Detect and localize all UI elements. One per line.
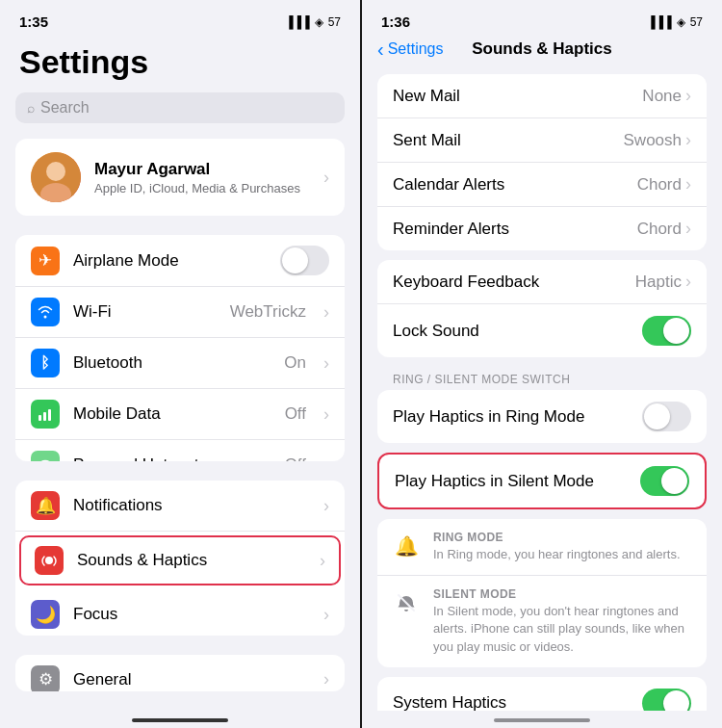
- ring-mode-toggle[interactable]: [642, 402, 691, 431]
- calendar-alerts-row[interactable]: Calendar Alerts Chord ›: [377, 163, 707, 207]
- silent-mode-info-title: SILENT MODE: [433, 587, 691, 601]
- lock-sound-row[interactable]: Lock Sound: [377, 304, 707, 357]
- profile-info: Mayur Agarwal Apple ID, iCloud, Media & …: [94, 160, 310, 195]
- right-wifi-icon: ◈: [677, 15, 685, 29]
- bluetooth-row[interactable]: ᛒ Bluetooth On ›: [15, 338, 345, 389]
- ring-mode-section: Play Haptics in Ring Mode: [377, 390, 707, 443]
- reminder-alerts-chevron-icon: ›: [685, 219, 691, 239]
- search-bar[interactable]: ⌕ Search: [15, 92, 345, 123]
- left-panel: 1:35 ▐▐▐ ◈ 57 Settings ⌕ Search Mayur Ag…: [0, 0, 360, 728]
- reminder-alerts-value: Chord: [637, 220, 682, 239]
- hotspot-label: Personal Hotspot: [73, 455, 271, 461]
- sounds-haptics-label: Sounds & Haptics: [77, 551, 306, 570]
- focus-chevron-icon: ›: [323, 605, 329, 625]
- left-home-indicator: [132, 718, 228, 722]
- focus-row[interactable]: 🌙 Focus ›: [15, 589, 345, 636]
- feedback-section: Keyboard Feedback Haptic › Lock Sound: [377, 260, 707, 357]
- search-icon: ⌕: [27, 100, 35, 116]
- reminder-alerts-row[interactable]: Reminder Alerts Chord ›: [377, 207, 707, 250]
- profile-card[interactable]: Mayur Agarwal Apple ID, iCloud, Media & …: [15, 139, 345, 216]
- sounds-haptics-icon: [35, 546, 64, 575]
- general-row[interactable]: ⚙ General ›: [15, 655, 345, 691]
- notifications-row[interactable]: 🔔 Notifications ›: [15, 481, 345, 532]
- system-haptics-label: System Haptics: [393, 693, 642, 711]
- sounds-haptics-chevron-icon: ›: [320, 551, 325, 571]
- reminder-alerts-label: Reminder Alerts: [393, 220, 637, 239]
- right-nav-bar: ‹ Settings Sounds & Haptics: [362, 36, 722, 68]
- system-haptics-row[interactable]: System Haptics: [377, 677, 707, 711]
- hotspot-value: Off: [285, 455, 306, 461]
- keyboard-feedback-value: Haptic: [635, 273, 682, 292]
- calendar-alerts-chevron-icon: ›: [685, 174, 691, 195]
- ring-silent-header: RING / SILENT MODE SWITCH: [362, 367, 722, 390]
- personal-hotspot-row[interactable]: Personal Hotspot Off ›: [15, 440, 345, 461]
- general-label: General: [73, 670, 310, 689]
- wifi-chevron-icon: ›: [323, 302, 329, 323]
- ring-mode-row[interactable]: Play Haptics in Ring Mode: [377, 390, 707, 443]
- search-placeholder: Search: [40, 99, 90, 117]
- silent-mode-highlight: Play Haptics in Silent Mode: [377, 453, 707, 509]
- silent-mode-info-row: SILENT MODE In Silent mode, you don't he…: [377, 576, 707, 667]
- bluetooth-chevron-icon: ›: [323, 353, 329, 374]
- mobile-data-chevron-icon: ›: [323, 404, 329, 425]
- wifi-row[interactable]: Wi-Fi WebTrickz ›: [15, 287, 345, 338]
- hotspot-icon: [31, 451, 60, 461]
- right-home-bar: [362, 711, 722, 728]
- sent-mail-row[interactable]: Sent Mail Swoosh ›: [377, 118, 707, 163]
- airplane-mode-row[interactable]: ✈ Airplane Mode: [15, 235, 345, 287]
- lock-sound-label: Lock Sound: [393, 322, 642, 341]
- keyboard-feedback-chevron-icon: ›: [685, 272, 691, 292]
- svg-rect-3: [39, 415, 41, 421]
- signal-icon: ▐▐▐: [285, 15, 310, 29]
- new-mail-label: New Mail: [393, 87, 642, 106]
- sounds-haptics-row[interactable]: Sounds & Haptics ›: [19, 535, 341, 585]
- back-button[interactable]: ‹ Settings: [377, 39, 443, 61]
- ring-mode-desc: In Ring mode, you hear ringtones and ale…: [433, 546, 681, 563]
- right-battery-icon: 57: [690, 15, 703, 29]
- lock-sound-toggle[interactable]: [642, 316, 691, 346]
- sent-mail-label: Sent Mail: [393, 131, 624, 150]
- general-icon: ⚙: [31, 665, 60, 691]
- notifications-icon: 🔔: [31, 491, 60, 520]
- mobile-data-icon: [31, 400, 60, 429]
- notifications-chevron-icon: ›: [323, 496, 329, 516]
- back-label: Settings: [388, 40, 444, 58]
- focus-icon: 🌙: [31, 600, 60, 629]
- system-haptics-section: System Haptics: [377, 677, 707, 711]
- app-settings-section: 🔔 Notifications › Sounds & Haptics › 🌙 F…: [15, 481, 345, 636]
- svg-point-1: [46, 162, 65, 181]
- profile-subtitle: Apple ID, iCloud, Media & Purchases: [94, 181, 310, 195]
- new-mail-value: None: [642, 87, 682, 106]
- keyboard-feedback-row[interactable]: Keyboard Feedback Haptic ›: [377, 260, 707, 304]
- silent-mode-label: Play Haptics in Silent Mode: [395, 472, 640, 491]
- right-scroll-area[interactable]: New Mail None › Sent Mail Swoosh › Calen…: [362, 68, 722, 711]
- wifi-value: WebTrickz: [230, 302, 306, 322]
- svg-rect-4: [43, 412, 46, 421]
- right-home-indicator: [494, 718, 590, 722]
- wifi-icon-box: [31, 298, 60, 326]
- new-mail-row[interactable]: New Mail None ›: [377, 74, 707, 118]
- notifications-label: Notifications: [73, 496, 310, 515]
- silent-mode-info-icon: [393, 589, 420, 616]
- bluetooth-icon-box: ᛒ: [31, 349, 60, 377]
- network-section: ✈ Airplane Mode Wi-Fi WebTrickz › ᛒ Blue…: [15, 235, 345, 461]
- silent-mode-toggle[interactable]: [640, 466, 689, 496]
- calendar-alerts-label: Calendar Alerts: [393, 175, 637, 195]
- mode-info-section: 🔔 RING MODE In Ring mode, you hear ringt…: [377, 519, 707, 667]
- airplane-mode-toggle[interactable]: [280, 246, 329, 275]
- bluetooth-value: On: [284, 353, 306, 373]
- airplane-mode-label: Airplane Mode: [73, 251, 267, 271]
- wifi-icon: ◈: [315, 15, 323, 29]
- bluetooth-label: Bluetooth: [73, 353, 271, 373]
- general-chevron-icon: ›: [323, 669, 329, 689]
- left-home-bar: [0, 711, 360, 728]
- silent-mode-row[interactable]: Play Haptics in Silent Mode: [379, 455, 705, 507]
- hotspot-chevron-icon: ›: [323, 455, 329, 462]
- avatar: [31, 152, 81, 202]
- system-haptics-toggle[interactable]: [642, 689, 691, 711]
- wifi-label: Wi-Fi: [73, 302, 217, 322]
- right-status-bar: 1:36 ▐▐▐ ◈ 57: [362, 0, 722, 36]
- mobile-data-row[interactable]: Mobile Data Off ›: [15, 389, 345, 440]
- battery-icon: 57: [328, 15, 341, 29]
- airplane-mode-icon: ✈: [31, 247, 60, 275]
